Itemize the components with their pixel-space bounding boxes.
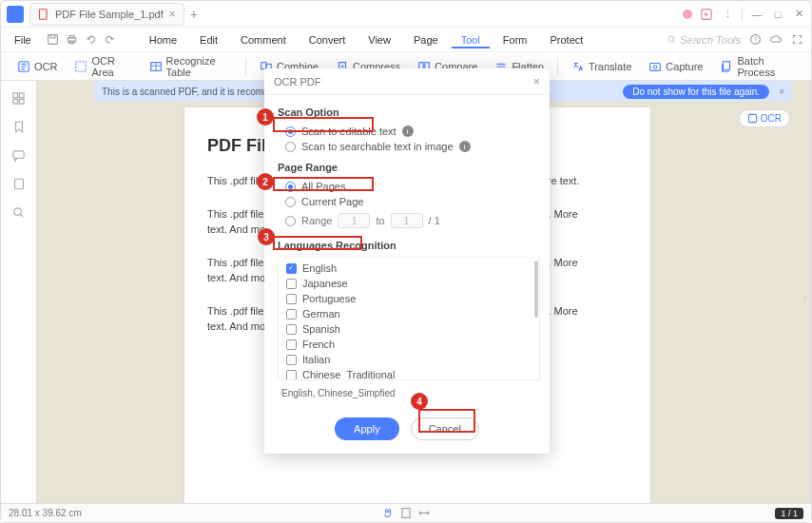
range-to-input[interactable] bbox=[391, 213, 423, 228]
language-option[interactable]: Portuguese bbox=[279, 291, 539, 306]
language-option[interactable]: ✓English bbox=[279, 261, 539, 276]
radio-icon bbox=[285, 216, 296, 226]
checkbox-icon bbox=[286, 355, 297, 365]
radio-icon bbox=[285, 197, 296, 207]
language-label: Italian bbox=[302, 354, 330, 365]
checkbox-icon bbox=[286, 370, 297, 380]
language-label: French bbox=[302, 339, 335, 350]
language-option[interactable]: Italian bbox=[279, 352, 539, 367]
language-option[interactable]: German bbox=[279, 306, 539, 321]
radio-scan-editable[interactable]: Scan to editable text i bbox=[278, 124, 540, 139]
language-label: Spanish bbox=[302, 323, 340, 335]
language-label: Chinese_Traditional bbox=[302, 369, 395, 380]
info-icon[interactable]: i bbox=[402, 126, 414, 137]
radio-range[interactable]: Range to / 1 bbox=[278, 209, 540, 232]
languages-list[interactable]: ✓EnglishJapanesePortugueseGermanSpanishF… bbox=[278, 257, 540, 380]
range-from-input[interactable] bbox=[338, 213, 370, 228]
radio-icon bbox=[285, 142, 296, 152]
ocr-dialog: OCR PDF × Scan Option Scan to editable t… bbox=[264, 68, 550, 454]
section-languages: Languages Recognition bbox=[278, 240, 540, 251]
radio-current-page[interactable]: Current Page bbox=[278, 194, 540, 209]
checkbox-icon bbox=[286, 339, 297, 350]
scrollbar-thumb[interactable] bbox=[534, 261, 538, 318]
language-label: German bbox=[302, 308, 340, 320]
checkbox-icon: ✓ bbox=[286, 263, 297, 274]
radio-scan-searchable[interactable]: Scan to searchable text in image i bbox=[278, 139, 540, 154]
annotation-callout-3: 3 bbox=[258, 228, 275, 245]
radio-all-pages[interactable]: All Pages bbox=[278, 179, 540, 194]
checkbox-icon bbox=[286, 309, 297, 320]
language-option[interactable]: Spanish bbox=[279, 321, 539, 337]
section-scan-option: Scan Option bbox=[278, 107, 540, 118]
annotation-callout-2: 2 bbox=[257, 173, 274, 190]
checkbox-icon bbox=[286, 294, 297, 304]
language-option[interactable]: Japanese bbox=[279, 276, 539, 291]
language-label: English bbox=[302, 262, 337, 274]
cancel-button[interactable]: Cancel bbox=[411, 417, 479, 440]
language-label: Portuguese bbox=[302, 293, 356, 304]
language-option[interactable]: Chinese_Traditional bbox=[279, 367, 539, 380]
dialog-title: OCR PDF bbox=[274, 76, 321, 87]
dialog-close-icon[interactable]: × bbox=[532, 74, 540, 88]
dialog-header: OCR PDF × bbox=[264, 68, 550, 95]
info-icon[interactable]: i bbox=[459, 141, 471, 152]
checkbox-icon bbox=[286, 279, 297, 289]
selected-languages: English, Chinese_Simpfied bbox=[278, 384, 540, 402]
apply-button[interactable]: Apply bbox=[335, 417, 399, 440]
dialog-backdrop: OCR PDF × Scan Option Scan to editable t… bbox=[0, 0, 812, 523]
radio-icon bbox=[285, 126, 296, 137]
language-option[interactable]: French bbox=[279, 337, 539, 352]
checkbox-icon bbox=[286, 324, 297, 335]
section-page-range: Page Range bbox=[278, 162, 540, 173]
radio-icon bbox=[285, 182, 296, 192]
language-label: Japanese bbox=[302, 278, 348, 289]
annotation-callout-4: 4 bbox=[411, 393, 428, 410]
annotation-callout-1: 1 bbox=[257, 108, 274, 126]
